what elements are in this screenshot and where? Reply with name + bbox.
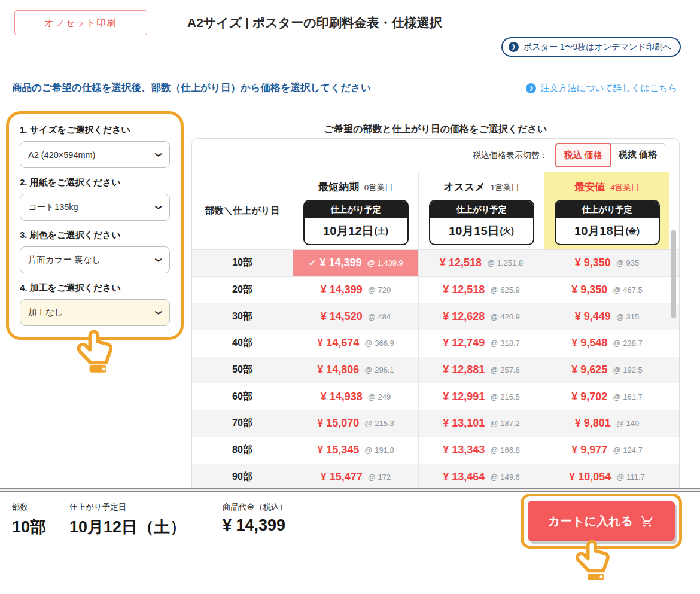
finish-weekday: (金) [626, 226, 640, 237]
price-cell[interactable]: ¥ 12,881@ 257.6 [418, 357, 544, 383]
price-value: ¥ 13,101 [443, 417, 485, 429]
unit-price: @ 296.1 [364, 365, 394, 374]
price-cell[interactable]: ¥ 9,625@ 192.5 [544, 357, 669, 383]
price-cell[interactable]: ¥ 9,801@ 140 [544, 410, 669, 437]
table-header-row: 部数＼仕上がり日 最短納期 0営業日 仕上がり予定 10月12日 (土) オスス… [192, 172, 679, 249]
spec-label: 4. 加工をご選択ください [20, 282, 170, 294]
unit-price: @ 161.7 [613, 392, 642, 401]
price-cell[interactable]: ¥ 9,350@ 935 [544, 250, 669, 276]
spec-group: 1. サイズをご選択ください A2 (420×594mm) ❯ [20, 124, 170, 168]
price-cell[interactable]: ¥ 9,977@ 124.7 [544, 437, 669, 464]
spec-select-value: コート135kg [28, 202, 78, 213]
unit-price: @ 124.7 [613, 446, 642, 455]
price-cell[interactable]: ¥ 14,806@ 296.1 [293, 357, 418, 383]
price-table-row: 80部 ¥ 15,345@ 191.8¥ 13,343@ 166.8¥ 9,97… [192, 437, 679, 464]
unit-price: @ 257.6 [490, 365, 519, 374]
quantity-cell: 90部 [192, 464, 293, 490]
price-cell[interactable]: ¥ 14,399@ 720 [293, 277, 418, 303]
add-to-cart-button[interactable]: カートに入れる [528, 501, 675, 541]
price-value: ¥ 9,702 [571, 391, 607, 403]
poster-price-page: オフセット印刷 A2サイズ | ポスターの印刷料金表・仕様選択 ❯ ポスター 1… [0, 0, 700, 594]
price-value: ¥ 12,518 [440, 257, 482, 269]
price-value: ¥ 14,806 [317, 364, 359, 376]
delivery-column-header: 最短納期 0営業日 仕上がり予定 10月12日 (土) [293, 172, 418, 249]
price-value: ¥ 13,464 [443, 471, 485, 483]
delivery-days: 0営業日 [362, 183, 393, 192]
order-method-link-label: 注文方法について詳しくはこちら [540, 83, 677, 94]
price-table-row: 10部 ✓¥ 14,399@ 1,439.9¥ 12,518@ 1,251.8¥… [192, 249, 679, 276]
spec-select[interactable]: コート135kg ❯ [20, 194, 170, 221]
unit-price: @ 111.7 [616, 473, 644, 482]
price-cell[interactable]: ¥ 12,991@ 216.5 [418, 383, 544, 410]
price-cell[interactable]: ¥ 13,464@ 149.6 [418, 464, 544, 490]
spec-select[interactable]: A2 (420×594mm) ❯ [20, 141, 170, 168]
price-cell[interactable]: ¥ 15,477@ 172 [293, 464, 418, 490]
circle-chevron-icon: ❯ [509, 42, 519, 52]
unit-price: @ 366.9 [364, 339, 394, 348]
price-cell[interactable]: ¥ 9,548@ 238.7 [544, 330, 669, 357]
price-rows: 10部 ✓¥ 14,399@ 1,439.9¥ 12,518@ 1,251.8¥… [192, 249, 679, 489]
instruction-text: 商品のご希望の仕様を選択後、部数（仕上がり日）から価格を選択してください [12, 81, 371, 95]
price-value: ¥ 9,350 [571, 284, 607, 296]
quantity-cell: 30部 [192, 303, 293, 330]
price-value: ¥ 9,449 [575, 310, 611, 323]
price-cell[interactable]: ¥ 12,628@ 420.9 [418, 303, 544, 330]
price-cell[interactable]: ¥ 14,674@ 366.9 [293, 330, 418, 357]
price-value: ¥ 15,477 [321, 471, 363, 483]
circle-chevron-icon: ❯ [526, 83, 536, 93]
price-cell[interactable]: ¥ 13,101@ 187.2 [418, 410, 544, 437]
finish-schedule-label: 仕上がり予定 [556, 201, 659, 218]
price-cell[interactable]: ¥ 15,070@ 215.3 [293, 410, 418, 437]
price-value: ¥ 12,518 [443, 284, 485, 296]
spec-select[interactable]: 加工なし ❯ [20, 299, 170, 326]
finish-date-card: 仕上がり予定 10月18日 (金) [555, 200, 660, 245]
price-cell[interactable]: ¥ 15,345@ 191.8 [293, 437, 418, 464]
price-table-row: 70部 ¥ 15,070@ 215.3¥ 13,101@ 187.2¥ 9,80… [192, 410, 679, 437]
price-table-card: 税込価格表示切替： 税込 価格 税抜 価格 部数＼仕上がり日 最短納期 0営業日… [191, 138, 680, 489]
vertical-scrollbar-thumb[interactable] [671, 230, 676, 318]
finish-date: 10月12日 [323, 223, 374, 239]
unit-price: @ 187.2 [490, 419, 519, 428]
price-cell[interactable]: ¥ 12,749@ 318.7 [418, 330, 544, 357]
tax-included-option[interactable]: 税込 価格 [555, 143, 611, 167]
order-method-link[interactable]: ❯ 注文方法について詳しくはこちら [526, 83, 677, 94]
spec-select[interactable]: 片面カラー 裏なし ❯ [20, 246, 170, 273]
unit-price: @ 238.7 [613, 339, 642, 348]
price-value: ¥ 9,625 [571, 364, 607, 376]
price-value: ¥ 9,548 [571, 337, 607, 349]
quantity-cell: 80部 [192, 437, 293, 464]
pointing-hand-icon [570, 538, 616, 587]
unit-price: @ 467.5 [613, 285, 642, 294]
price-cell[interactable]: ¥ 12,518@ 625.9 [418, 277, 544, 303]
price-cell[interactable]: ¥ 9,702@ 161.7 [544, 383, 669, 410]
ondemand-print-link-badge[interactable]: ❯ ポスター 1〜9枚はオンデマンド印刷へ [501, 37, 681, 57]
unit-price: @ 318.7 [490, 339, 519, 348]
price-cell[interactable]: ✓¥ 14,399@ 1,439.9 [293, 250, 418, 276]
price-cell[interactable]: ¥ 14,938@ 249 [293, 383, 418, 410]
finish-date-card: 仕上がり予定 10月12日 (土) [303, 200, 409, 245]
price-cell[interactable]: ¥ 12,518@ 1,251.8 [418, 250, 544, 276]
price-value: ¥ 14,399 [319, 257, 361, 269]
finish-weekday: (土) [375, 226, 388, 237]
price-value: ¥ 9,977 [571, 444, 607, 456]
price-cell[interactable]: ¥ 14,520@ 484 [293, 303, 418, 330]
finish-weekday: (火) [500, 226, 514, 237]
price-cell[interactable]: ¥ 9,350@ 467.5 [544, 277, 669, 303]
price-value: ¥ 9,801 [575, 417, 611, 429]
unit-price: @ 625.9 [490, 285, 519, 294]
price-cell[interactable]: ¥ 9,449@ 315 [544, 303, 669, 330]
spec-select-value: A2 (420×594mm) [28, 150, 95, 160]
spec-label: 1. サイズをご選択ください [20, 124, 170, 136]
price-cell[interactable]: ¥ 10,054@ 111.7 [544, 464, 669, 490]
unit-price: @ 192.5 [613, 365, 642, 374]
tax-toggle-row: 税込価格表示切替： 税込 価格 税抜 価格 [192, 139, 679, 172]
chevron-down-icon: ❯ [155, 257, 163, 263]
tax-excluded-option[interactable]: 税抜 価格 [611, 144, 665, 167]
offset-print-category-button[interactable]: オフセット印刷 [14, 10, 147, 35]
unit-price: @ 315 [616, 312, 640, 321]
chevron-down-icon: ❯ [155, 205, 163, 210]
quantity-cell: 60部 [192, 383, 293, 410]
price-cell[interactable]: ¥ 13,343@ 166.8 [418, 437, 544, 464]
price-value: ¥ 15,345 [317, 444, 359, 456]
spec-group: 2. 用紙をご選択ください コート135kg ❯ [20, 177, 170, 221]
